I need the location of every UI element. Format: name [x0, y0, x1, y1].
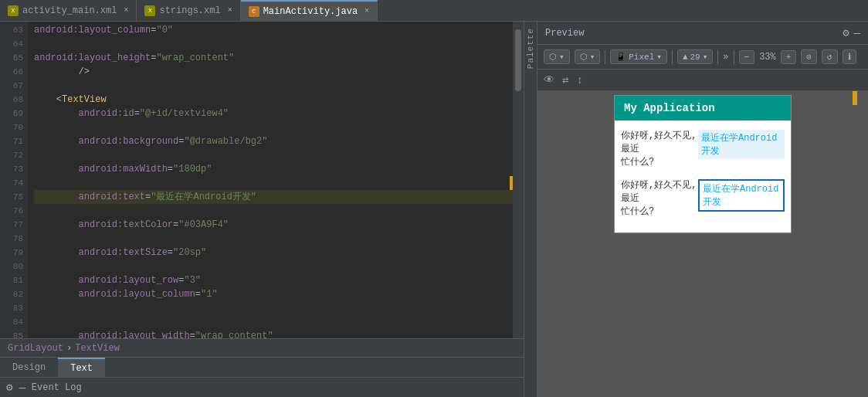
- phone-chevron: ▾: [656, 52, 662, 62]
- message-row-2: 你好呀,好久不见,最近忙什么? 最近在学Android开发: [621, 176, 785, 221]
- scrollbar-track[interactable]: [513, 22, 524, 338]
- strings-xml-icon: X: [144, 5, 155, 16]
- msg-right-2-selected: 最近在学Android开发: [698, 179, 785, 212]
- scrollbar-thumb[interactable]: [515, 29, 521, 91]
- line-numbers: 6364656667686970717273747576777879808182…: [0, 22, 28, 338]
- app-content: 你好呀,好久不见,最近忙什么? 最近在学Android开发 你好呀,好久不见,最…: [615, 120, 791, 232]
- tab-close-strings[interactable]: ×: [228, 6, 232, 15]
- phone-screen: My Application 你好呀,好久不见,最近忙什么? 最近在学Andro…: [614, 95, 792, 233]
- tab-bar: X activity_main.xml × X strings.xml × C …: [0, 0, 868, 22]
- toolbar-sep4: [734, 50, 734, 64]
- editor-area: 6364656667686970717273747576777879808182…: [0, 22, 524, 397]
- preview-icons-row: 👁 ⇄ ↕: [537, 70, 868, 91]
- preview-canvas[interactable]: My Application 你好呀,好久不见,最近忙什么? 最近在学Andro…: [537, 91, 868, 397]
- bottom-tabs: Design Text: [0, 357, 524, 377]
- tab-activity-main[interactable]: X activity_main.xml ×: [0, 0, 137, 21]
- code-content[interactable]: android:layout_column="0" android:layout…: [28, 22, 513, 338]
- breadcrumb-gridlayout[interactable]: GridLayout: [8, 343, 63, 354]
- tab-text[interactable]: Text: [58, 358, 105, 377]
- settings-icon[interactable]: ⚙: [6, 381, 12, 394]
- tab-label: strings.xml: [159, 5, 220, 16]
- message-row-1: 你好呀,好久不见,最近忙什么? 最近在学Android开发: [621, 127, 785, 171]
- refresh-icon: ↺: [827, 52, 832, 62]
- bottom-toolbar: ⚙ — Event Log: [0, 377, 524, 397]
- blueprint-btn-chevron: ▾: [590, 52, 595, 62]
- api-chevron: ▾: [703, 52, 708, 62]
- api-label: 29: [690, 53, 700, 62]
- main-content: 6364656667686970717273747576777879808182…: [0, 22, 868, 397]
- breadcrumb-separator: ›: [66, 343, 72, 354]
- preview-header: Preview ⚙ —: [537, 22, 868, 45]
- device-label: Pixel: [629, 53, 654, 62]
- app-title: My Application: [624, 102, 715, 114]
- toolbar-sep1: [605, 50, 605, 64]
- design-btn-chevron: ▾: [559, 52, 565, 62]
- blueprint-btn[interactable]: ⬡ ▾: [575, 49, 601, 64]
- phone-icon: 📱: [615, 52, 626, 62]
- preview-toolbar: ⬡ ▾ ⬡ ▾ 📱 Pixel ▾ ▲ 29 ▾ » −: [537, 45, 868, 70]
- refresh-btn[interactable]: ↺: [822, 49, 838, 64]
- msg-left-1: 你好呀,好久不见,最近忙什么?: [621, 130, 698, 168]
- zoom-out-btn[interactable]: −: [739, 50, 755, 64]
- zoom-out-icon: −: [744, 53, 750, 62]
- palette-label: Palette: [526, 28, 535, 69]
- msg-left-2: 你好呀,好久不见,最近忙什么?: [621, 179, 698, 218]
- app-toolbar: My Application: [615, 96, 791, 120]
- msg-right-1: 最近在学Android开发: [698, 130, 785, 159]
- palette-strip: Palette: [524, 22, 537, 397]
- xml-icon: X: [8, 5, 19, 16]
- tab-design[interactable]: Design: [0, 358, 58, 377]
- toolbar-sep2: [672, 50, 673, 64]
- phone-btn[interactable]: 📱 Pixel ▾: [610, 49, 667, 64]
- event-log-label[interactable]: Event Log: [32, 382, 82, 393]
- zoom-in-btn[interactable]: +: [781, 50, 797, 64]
- tab-close-main[interactable]: ×: [364, 7, 369, 15]
- swap-icon[interactable]: ⇄: [562, 73, 568, 87]
- api-icon: ▲: [683, 53, 688, 62]
- design-mode-btn[interactable]: ⬡ ▾: [544, 49, 570, 64]
- design-icon: ⬡: [549, 52, 557, 62]
- breadcrumb: GridLayout › TextView: [0, 338, 524, 357]
- more-options[interactable]: »: [723, 52, 728, 63]
- tab-main-activity[interactable]: C MainActivity.java ×: [241, 0, 378, 21]
- eye-icon[interactable]: 👁: [544, 74, 554, 87]
- zoom-in-icon: +: [786, 53, 792, 62]
- tab-close-activity[interactable]: ×: [124, 6, 128, 15]
- preview-area: Preview ⚙ — ⬡ ▾ ⬡ ▾ 📱 Pixel ▾: [537, 22, 868, 397]
- minimize-icon-preview[interactable]: —: [854, 27, 860, 39]
- tab-label: activity_main.xml: [22, 5, 117, 16]
- zoom-level: 33%: [759, 52, 776, 63]
- vertical-icon[interactable]: ↕: [576, 74, 582, 87]
- zoom-fit-btn[interactable]: ⊙: [801, 49, 817, 64]
- info-btn[interactable]: ℹ: [843, 49, 856, 64]
- editor-scroll[interactable]: 6364656667686970717273747576777879808182…: [0, 22, 524, 338]
- preview-title: Preview: [545, 28, 584, 39]
- toolbar-sep3: [717, 50, 718, 64]
- java-icon: C: [249, 6, 259, 17]
- zoom-fit-icon: ⊙: [806, 52, 812, 62]
- breadcrumb-textview[interactable]: TextView: [75, 343, 120, 354]
- preview-header-icons: ⚙ —: [843, 26, 860, 39]
- tab-strings[interactable]: X strings.xml ×: [137, 0, 240, 21]
- tab-label: MainActivity.java: [263, 6, 358, 17]
- info-icon: ℹ: [848, 52, 851, 62]
- blueprint-icon: ⬡: [580, 52, 588, 62]
- settings-icon-preview[interactable]: ⚙: [843, 26, 849, 39]
- top-marker: [853, 91, 857, 105]
- api-btn[interactable]: ▲ 29 ▾: [677, 49, 713, 64]
- minimize-icon[interactable]: —: [19, 382, 25, 394]
